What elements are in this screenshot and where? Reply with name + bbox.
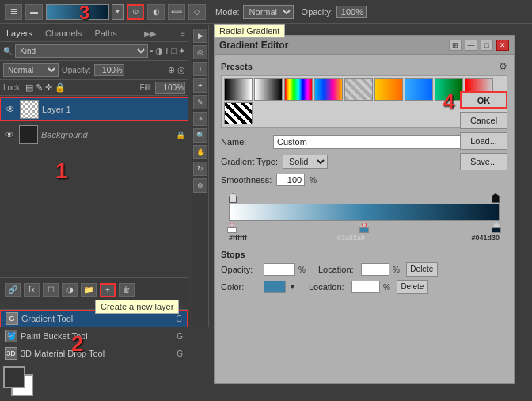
layer-name: Background	[41, 130, 173, 139]
lock-all-icon[interactable]: 🔒	[55, 82, 66, 93]
table-row[interactable]: 👁 Layer 1	[0, 97, 188, 121]
color-stop[interactable]	[359, 222, 369, 233]
toolbar-gradient-dropdown[interactable]: ▼	[112, 4, 124, 20]
layer-group-btn[interactable]: 📁	[81, 283, 97, 297]
name-input[interactable]	[273, 135, 471, 149]
sidebar-icon-8[interactable]: ✋	[193, 145, 207, 159]
sidebar-icon-5[interactable]: ✎	[193, 95, 207, 109]
preset-swatch[interactable]	[224, 102, 253, 124]
color-swatch[interactable]	[264, 281, 286, 293]
filter-pixel-icon[interactable]: ▪	[150, 46, 154, 56]
color-field-label: Color:	[221, 282, 260, 292]
search-icon: 🔍	[3, 47, 13, 55]
filter-kind-select[interactable]: Kind	[15, 44, 148, 58]
opacity-row-input[interactable]	[94, 64, 124, 76]
tool-name: 3D Material Drop Tool	[21, 349, 173, 358]
sidebar-icon-4[interactable]: ✦	[193, 78, 207, 93]
sidebar-icon-7[interactable]: 🔍	[193, 128, 207, 143]
tab-channels[interactable]: Channels	[42, 27, 85, 40]
preset-swatch[interactable]	[405, 78, 433, 101]
smoothness-label: Smoothness:	[221, 175, 272, 185]
sidebar-icon-2[interactable]: ◎	[193, 45, 207, 59]
load-button[interactable]: Load...	[460, 132, 507, 150]
layers-panel-collapse[interactable]: ≡	[180, 29, 185, 38]
filter-type-icon[interactable]: T	[165, 46, 170, 56]
toolbar-gradient-type-linear[interactable]: ▬	[25, 4, 43, 20]
opacity-input[interactable]	[336, 6, 367, 18]
gradient-editor-maximize-btn[interactable]: □	[481, 40, 493, 51]
gradient-editor-dock-btn[interactable]: ⊞	[449, 40, 462, 51]
location-field-label: Location:	[318, 265, 358, 274]
toolbar-gradient-preview[interactable]	[46, 4, 109, 20]
location-field-opacity[interactable]	[361, 263, 390, 276]
lock-transparency-icon[interactable]: ▤	[25, 82, 33, 93]
layer-adjustment-btn[interactable]: ◑	[62, 283, 78, 297]
toolbar-diamond-btn[interactable]: ◇	[188, 4, 206, 20]
gradient-editor-close-btn[interactable]: ✕	[496, 40, 509, 51]
filter-adjust-icon[interactable]: ◑	[155, 46, 163, 56]
preset-swatch[interactable]	[344, 78, 373, 101]
fill-input[interactable]	[155, 82, 185, 94]
type-label: Gradient Type:	[221, 157, 278, 166]
foreground-color-swatch[interactable]	[3, 366, 25, 388]
layer-visibility-icon[interactable]: 👁	[3, 129, 16, 140]
layer-visibility-icon[interactable]: 👁	[4, 104, 17, 115]
gradient-editor-minimize-btn[interactable]: —	[465, 40, 477, 51]
tab-layers[interactable]: Layers	[3, 27, 36, 40]
type-select[interactable]: Solid Noise	[283, 155, 328, 169]
layers-panel-menu[interactable]: ▶▶	[144, 29, 157, 38]
delete-layer-btn[interactable]: 🗑	[119, 283, 135, 297]
color-stop-hex-label: #3a82a9	[337, 234, 365, 242]
layer-icon-2[interactable]: ◎	[177, 65, 185, 75]
color-stop[interactable]	[492, 222, 501, 233]
toolbar-radial-btn[interactable]: ⊙	[127, 4, 144, 20]
preset-swatch[interactable]	[224, 78, 253, 101]
layer-link-btn[interactable]: 🔗	[5, 283, 21, 297]
sidebar-icon-10[interactable]: ⊕	[193, 178, 207, 193]
ok-button[interactable]: OK	[460, 91, 507, 109]
color-stop-hex-label: #041d30	[471, 234, 500, 242]
color-stop[interactable]	[227, 222, 237, 233]
smoothness-input[interactable]	[276, 174, 305, 186]
lock-position-icon[interactable]: ✛	[45, 82, 52, 93]
color-dropdown-arrow[interactable]: ▼	[289, 283, 296, 291]
toolbar-angle-btn[interactable]: ◐	[147, 4, 165, 20]
preset-swatch[interactable]	[314, 78, 343, 101]
opacity-stop[interactable]	[492, 193, 500, 203]
opacity-stop[interactable]	[229, 193, 237, 203]
save-button[interactable]: Save...	[460, 153, 507, 170]
preset-swatch[interactable]	[254, 78, 283, 101]
toolbar-options-btn[interactable]: ☰	[5, 4, 22, 20]
sidebar-icon-6[interactable]: ⌖	[193, 112, 207, 126]
filter-smart-icon[interactable]: ✦	[178, 46, 185, 56]
preset-swatch[interactable]	[284, 78, 313, 101]
sidebar-icon-1[interactable]: ▶	[193, 29, 207, 43]
toolbar-reflect-btn[interactable]: ⟺	[168, 4, 185, 20]
delete-opacity-stop-btn[interactable]: Delete	[406, 262, 438, 277]
gradient-preview-bar[interactable]	[229, 204, 500, 221]
step-3-label: 3	[79, 2, 89, 24]
presets-gear-icon[interactable]: ⚙	[499, 61, 507, 72]
cancel-button[interactable]: Cancel	[460, 112, 507, 129]
new-layer-btn[interactable]: +	[100, 283, 116, 297]
blend-mode-select[interactable]: Normal	[3, 63, 59, 77]
lock-paint-icon[interactable]: ✎	[36, 82, 43, 93]
sidebar-icon-9[interactable]: ↻	[193, 162, 207, 176]
mode-select[interactable]: Normal	[243, 5, 294, 19]
table-row[interactable]: 👁 Background 🔒	[0, 123, 188, 147]
tab-paths[interactable]: Paths	[92, 27, 120, 40]
layers-icons-row: ⊕ ◎	[168, 65, 185, 75]
preset-swatch[interactable]	[374, 78, 403, 101]
opacity-field[interactable]	[264, 263, 295, 276]
filter-shape-icon[interactable]: □	[171, 46, 177, 56]
sidebar-icon-3[interactable]: T	[193, 62, 207, 76]
layer-icon-1[interactable]: ⊕	[168, 65, 175, 75]
delete-color-stop-btn[interactable]: Delete	[397, 280, 428, 294]
gradient-editor: Gradient Editor ⊞ — □ ✕ Presets ⚙ 4	[214, 35, 515, 384]
layer-name: Layer 1	[42, 105, 184, 114]
list-item[interactable]: 🪣 Paint Bucket Tool G	[0, 327, 188, 345]
location-field-color[interactable]	[352, 281, 380, 293]
list-item[interactable]: 3D 3D Material Drop Tool G	[0, 345, 188, 362]
layer-mask-btn[interactable]: ☐	[43, 283, 59, 297]
layer-fx-btn[interactable]: fx	[24, 283, 40, 297]
